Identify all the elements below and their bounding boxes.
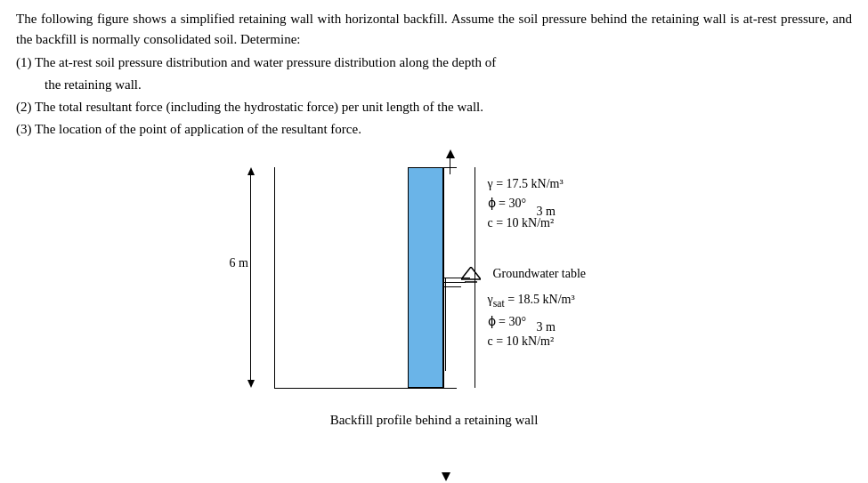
arrow-vline-top bbox=[450, 158, 450, 174]
arrow-down-head bbox=[442, 472, 450, 481]
props-top: γ = 17.5 kN/m³ ϕ = 30° c = 10 kN/m² bbox=[488, 174, 564, 234]
gamma-sat-bottom: γsat = 18.5 kN/m³ bbox=[488, 290, 575, 312]
svg-marker-0 bbox=[461, 267, 481, 279]
dim-arrow-down bbox=[247, 380, 255, 388]
item1b-text: the retaining wall. bbox=[16, 75, 852, 95]
figure-area: 6 m 3 m 3 m Groundwater table γ = 17.5 k… bbox=[16, 149, 852, 428]
dim-vline-bottom bbox=[475, 285, 475, 381]
gw-label: Groundwater table bbox=[493, 267, 587, 281]
bottom-arrow bbox=[442, 278, 450, 481]
item1-text: (1) The at-rest soil pressure distributi… bbox=[16, 52, 852, 73]
arrow-up-head bbox=[446, 149, 455, 158]
item3-text: (3) The location of the point of applica… bbox=[16, 119, 852, 140]
dim-6m-arrows bbox=[247, 167, 255, 388]
wall-rectangle bbox=[408, 167, 443, 388]
figure-caption: Backfill profile behind a retaining wall bbox=[330, 413, 539, 428]
outer-bottom-line bbox=[274, 388, 448, 389]
dim-arrow-up bbox=[247, 167, 255, 175]
dim-3m-bottom-arrows bbox=[475, 278, 475, 388]
intro-text: The following figure shows a simplified … bbox=[16, 9, 852, 51]
dim-vline bbox=[250, 175, 251, 380]
c-bottom: c = 10 kN/m² bbox=[488, 332, 575, 351]
arrow-vline-bottom bbox=[445, 278, 446, 371]
phi-bottom: ϕ = 30° bbox=[488, 312, 575, 332]
outer-left-line bbox=[274, 167, 275, 388]
problem-text: The following figure shows a simplified … bbox=[16, 9, 852, 141]
item2-text: (2) The total resultant force (including… bbox=[16, 97, 852, 117]
dim-3m-top-arrows bbox=[475, 167, 475, 278]
gamma-top: γ = 17.5 kN/m³ bbox=[488, 174, 564, 194]
top-arrow bbox=[446, 149, 455, 174]
diagram-container: 6 m 3 m 3 m Groundwater table γ = 17.5 k… bbox=[221, 149, 648, 407]
dim-vline-top bbox=[475, 174, 475, 270]
dim-6m-label: 6 m bbox=[230, 256, 248, 270]
gw-triangle bbox=[461, 267, 481, 286]
tick-bot bbox=[475, 381, 475, 388]
tick-top bbox=[475, 167, 475, 174]
c-top: c = 10 kN/m² bbox=[488, 213, 564, 233]
props-bottom: γsat = 18.5 kN/m³ ϕ = 30° c = 10 kN/m² bbox=[488, 290, 575, 352]
phi-top: ϕ = 30° bbox=[488, 194, 564, 213]
